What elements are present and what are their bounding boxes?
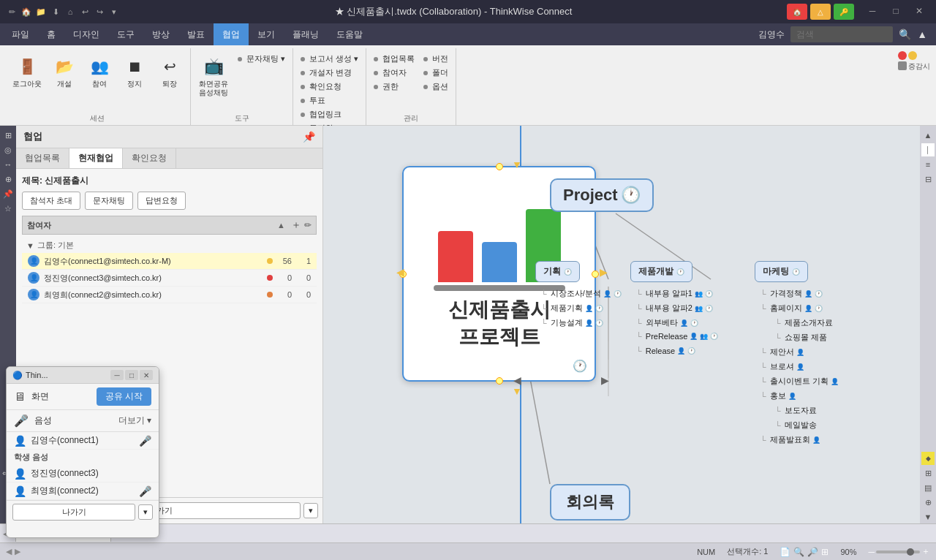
menu-planning[interactable]: 플래닝 <box>284 23 328 45</box>
search-input[interactable] <box>790 26 893 42</box>
right-tb-5[interactable]: ⊞ <box>921 466 935 480</box>
minimize-button[interactable]: ─ <box>861 4 883 18</box>
meeting-node[interactable]: 회의록 <box>550 484 630 521</box>
menu-broadcast[interactable]: 방상 <box>143 23 178 45</box>
scroll-left[interactable]: ◀ <box>513 374 521 386</box>
toolbar-icon-5[interactable]: 📌 <box>1 187 15 200</box>
menu-design[interactable]: 디자인 <box>64 23 108 45</box>
right-tb-1[interactable]: ▲ <box>921 129 935 142</box>
more-icon[interactable]: ▾ <box>108 6 120 18</box>
mic-icon-1[interactable]: 🎤 <box>139 435 151 447</box>
confirm-req-btn[interactable]: 확인요청 <box>298 80 361 93</box>
handle-bottom[interactable] <box>496 377 503 385</box>
ribbon-join-btn[interactable]: 👥 참여 <box>83 53 116 91</box>
tab-collab-list[interactable]: 협업목록 <box>16 148 69 168</box>
more-btn[interactable]: 더보기 ▾ <box>118 415 151 427</box>
right-tb-6[interactable]: ▤ <box>921 481 935 494</box>
dot-yellow-ribbon[interactable] <box>908 51 917 60</box>
menu-home[interactable]: 홈 <box>38 23 64 45</box>
menu-present[interactable]: 발표 <box>178 23 214 45</box>
toolbar-icon-6[interactable]: ☆ <box>1 202 15 215</box>
text-chat-btn[interactable]: 문자채팅 <box>85 192 133 210</box>
status-icon-3[interactable]: 🔎 <box>807 547 818 557</box>
download-icon[interactable]: ⬇ <box>50 6 61 18</box>
menu-file[interactable]: 파일 <box>3 23 38 45</box>
menu-collab[interactable]: 협업 <box>214 23 249 45</box>
zoom-minus[interactable]: ─ <box>868 547 875 557</box>
right-tb-8[interactable]: ▼ <box>921 510 935 523</box>
participant-row-3[interactable]: 👤 최영희(connect2@simtech.co.kr) 0 0 <box>22 287 317 303</box>
toolbar-icon-3[interactable]: ↔ <box>1 158 15 171</box>
right-tb-3[interactable]: ≡ <box>921 158 935 171</box>
marketing-node[interactable]: 마케팅 🕐 <box>755 261 808 282</box>
right-tb-yellow[interactable]: ◆ <box>921 452 935 465</box>
brand-icon-3[interactable]: 🔑 <box>834 4 854 20</box>
sidebar-pin[interactable]: 📌 <box>303 131 315 143</box>
search-icon[interactable]: 🔍 <box>899 29 911 40</box>
brand-icon-2[interactable]: △ <box>810 4 831 20</box>
leave-btn[interactable]: 나가기 <box>12 504 135 521</box>
chattext-btn[interactable]: 문자채팅 ▾ <box>235 53 288 65</box>
product-node[interactable]: 제품개발 🕐 <box>630 261 692 282</box>
change-host-btn[interactable]: 개설자 변경 <box>298 67 361 79</box>
status-icon-2[interactable]: 🔍 <box>793 547 804 557</box>
collab-link-btn[interactable]: 협업링크 <box>298 108 361 121</box>
ribbon-exit-btn[interactable]: ↩ 퇴장 <box>154 53 186 91</box>
zoom-icon-ribbon[interactable] <box>898 61 907 70</box>
dot-red-ribbon[interactable] <box>898 51 907 60</box>
plan-node[interactable]: 기획 🕐 <box>535 261 580 282</box>
zoom-slider-track[interactable] <box>876 550 920 553</box>
scroll-right[interactable]: ▶ <box>601 374 609 386</box>
group-toggle[interactable]: ▼ <box>26 241 34 250</box>
ribbon-stop-btn[interactable]: ⏹ 정지 <box>118 53 151 91</box>
options-btn[interactable]: 옵션 <box>420 80 451 93</box>
zoom-plus[interactable]: ＋ <box>921 545 930 558</box>
permission-btn[interactable]: 권한 <box>371 80 418 93</box>
home-icon[interactable]: ⌂ <box>64 6 76 18</box>
right-tb-4[interactable]: ⊟ <box>921 173 935 186</box>
toolbar-icon-1[interactable]: ⊞ <box>1 129 15 142</box>
mini-close[interactable]: ✕ <box>140 370 153 380</box>
handle-top[interactable] <box>496 163 503 170</box>
brand-icon-1[interactable]: 🏠 <box>787 4 807 20</box>
participant-row-2[interactable]: 👤 정진영(connect3@simtech.co.kr) 0 0 <box>22 270 317 287</box>
folder-btn[interactable]: 폴더 <box>420 67 451 79</box>
share-start-btn[interactable]: 공유 시작 <box>97 387 151 406</box>
menu-view[interactable]: 보기 <box>249 23 284 45</box>
status-scroll-right[interactable]: ▶ <box>15 547 20 556</box>
tab-current-collab[interactable]: 현재협업 <box>69 148 123 168</box>
folder-icon[interactable]: 📁 <box>35 6 47 18</box>
project-node[interactable]: Project 🕐 <box>550 178 654 212</box>
sort-icon[interactable]: ▲ <box>277 221 285 230</box>
add-participant-btn[interactable]: ＋ <box>291 219 301 232</box>
save-icon[interactable]: 🏠 <box>20 6 32 18</box>
toolbar-icon-4[interactable]: ⊕ <box>1 173 15 186</box>
version-btn[interactable]: 버전 <box>420 53 451 65</box>
tab-confirm-req[interactable]: 확인요청 <box>123 148 176 168</box>
participant-btn[interactable]: 참여자 <box>371 67 418 79</box>
menu-tools[interactable]: 도구 <box>108 23 143 45</box>
undo-icon[interactable]: ↩ <box>79 6 91 18</box>
mini-maximize[interactable]: □ <box>125 370 138 380</box>
handle-right[interactable] <box>592 270 599 278</box>
mic-icon-4[interactable]: 🎤 <box>139 485 151 497</box>
report-gen-btn[interactable]: 보고서 생성 ▾ <box>298 53 361 65</box>
close-button[interactable]: ✕ <box>908 4 930 18</box>
status-icon-4[interactable]: ⊞ <box>821 547 829 557</box>
right-tb-2[interactable]: │ <box>921 143 935 156</box>
edit-participant-btn[interactable]: ✏ <box>304 220 312 230</box>
vote-btn[interactable]: 투표 <box>298 94 361 107</box>
maximize-button[interactable]: □ <box>885 4 907 18</box>
quick-access-icon[interactable]: ✏ <box>6 6 18 18</box>
redo-icon[interactable]: ↪ <box>94 6 105 18</box>
collab-list-btn[interactable]: 협업목록 <box>371 53 418 65</box>
status-icon-1[interactable]: 📄 <box>780 547 790 557</box>
collapse-icon[interactable]: ▲ <box>917 29 927 40</box>
sidebar-leave-arrow[interactable]: ▾ <box>303 503 318 518</box>
menu-help[interactable]: 도움말 <box>328 23 371 45</box>
invite-btn[interactable]: 참석자 초대 <box>22 192 80 210</box>
toolbar-icon-2[interactable]: ◎ <box>1 143 15 156</box>
ribbon-screenshare-btn[interactable]: 📺 화면공유음성채팅 <box>195 53 232 99</box>
leave-arrow-btn[interactable]: ▾ <box>138 504 153 520</box>
participant-row-1[interactable]: 👤 김영수(connect1@simtech.co.kr-M) 56 1 <box>22 253 317 270</box>
